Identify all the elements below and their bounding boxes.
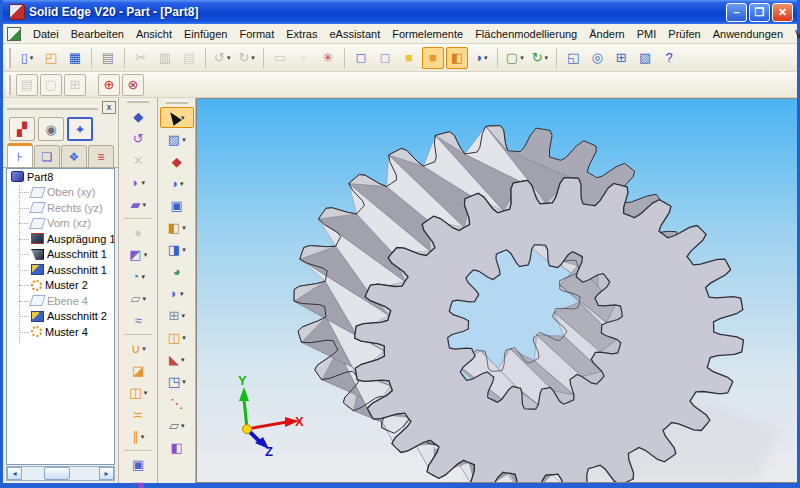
save-button[interactable]: ▦: [64, 47, 86, 69]
bluesurf-button[interactable]: ◆: [121, 106, 155, 127]
dropdown-arrow-icon[interactable]: ▾: [181, 356, 185, 364]
model-viewport[interactable]: XYZ: [196, 98, 797, 483]
eassistant-transfer-button[interactable]: ⊗: [122, 74, 144, 96]
tree-item-ebene-4[interactable]: Ebene 4: [7, 293, 114, 309]
protrusion-button[interactable]: ◆: [160, 151, 194, 172]
dropdown-arrow-icon[interactable]: ▾: [182, 224, 186, 232]
dropdown-arrow-icon[interactable]: ▾: [181, 312, 185, 320]
dropdown-arrow-icon[interactable]: ▾: [141, 433, 145, 441]
contour-surface-button[interactable]: ≈: [121, 310, 155, 331]
dropdown-arrow-icon[interactable]: ▾: [251, 54, 255, 62]
dropdown-arrow-icon[interactable]: ▾: [182, 136, 186, 144]
curve-swirl-button[interactable]: ↺: [121, 128, 155, 149]
tree-item-vorn--xz-[interactable]: Vorn (xz): [7, 216, 114, 232]
offset-surface-button[interactable]: ◔▾: [121, 266, 155, 287]
eassistant-gear-calc-button[interactable]: ⊕: [98, 74, 120, 96]
tree-item-auspr-gung-1[interactable]: Ausprägung 1: [7, 231, 114, 247]
dropdown-arrow-icon[interactable]: ▾: [180, 290, 184, 298]
menu-item-anwendungen[interactable]: Anwendungen: [707, 26, 789, 42]
scroll-right-icon[interactable]: ▸: [99, 467, 114, 480]
toolbar-grip[interactable]: [127, 100, 149, 103]
dropdown-arrow-icon[interactable]: ▾: [181, 422, 185, 430]
fence-select-button[interactable]: ▢▾: [503, 47, 527, 69]
cross-section-button[interactable]: ≍: [121, 404, 155, 425]
menu-item-extras[interactable]: Extras: [280, 26, 323, 42]
tab-layers[interactable]: ❏: [34, 145, 60, 167]
point-curve-button[interactable]: ⋱: [160, 393, 194, 414]
dropdown-arrow-icon[interactable]: ▾: [545, 54, 549, 62]
gear-model-canvas[interactable]: XYZ: [197, 99, 797, 482]
new-document-button[interactable]: ▯▾: [16, 47, 38, 69]
dropdown-arrow-icon[interactable]: ▾: [182, 334, 186, 342]
dropdown-arrow-icon[interactable]: ▾: [142, 201, 146, 209]
fit-button[interactable]: ⊞: [610, 47, 632, 69]
menu-item-ndern[interactable]: Ändern: [583, 26, 630, 42]
close-button[interactable]: ✕: [772, 3, 793, 22]
minimize-button[interactable]: –: [726, 3, 747, 22]
menu-item-formelemente[interactable]: Formelemente: [386, 26, 469, 42]
keypoint-curve-button[interactable]: ∪▾: [121, 338, 155, 359]
rib-button[interactable]: ◧▾: [160, 217, 194, 238]
thin-wall-button[interactable]: ◨▾: [160, 239, 194, 260]
zoom-button[interactable]: ◎: [586, 47, 608, 69]
toolbar-grip[interactable]: [166, 100, 188, 104]
hidden-edge-view-button[interactable]: ◻: [374, 47, 396, 69]
tree-item-ausschnitt-1[interactable]: Ausschnitt 1: [7, 247, 114, 263]
dropdown-arrow-icon[interactable]: ▾: [144, 389, 148, 397]
help-select-button[interactable]: ?: [658, 47, 680, 69]
construction-copy-button[interactable]: ◨: [121, 476, 155, 488]
scroll-track[interactable]: [22, 467, 99, 480]
view-orientation-button[interactable]: ◑▾: [470, 47, 492, 69]
menu-item-eassistant[interactable]: eAssistant: [323, 26, 386, 42]
menu-item-ansicht[interactable]: Ansicht: [130, 26, 178, 42]
dropdown-arrow-icon[interactable]: ▾: [142, 345, 146, 353]
menu-item-einfgen[interactable]: Einfügen: [178, 26, 233, 42]
step-button[interactable]: ◳▾: [160, 371, 194, 392]
revolved-protrusion-button[interactable]: ◑▾: [160, 173, 194, 194]
sketch-button[interactable]: ▨▾: [160, 129, 194, 150]
shaded-view-button[interactable]: ■: [422, 47, 444, 69]
split-surface-button[interactable]: ◫▾: [121, 382, 155, 403]
tree-item-oben--xy-[interactable]: Oben (xy): [7, 185, 114, 201]
panel-grip[interactable]: [7, 105, 98, 110]
solid-view-button[interactable]: ■: [398, 47, 420, 69]
plane-button[interactable]: ▱▾: [160, 415, 194, 436]
tree-item-ausschnitt-2[interactable]: Ausschnitt 2: [7, 309, 114, 325]
dropdown-arrow-icon[interactable]: ▾: [144, 251, 148, 259]
variables-button[interactable]: ✳: [317, 47, 339, 69]
dropdown-arrow-icon[interactable]: ▾: [180, 180, 184, 188]
toolbar-grip[interactable]: [7, 75, 11, 95]
hole-button[interactable]: ▣: [160, 195, 194, 216]
panel-close-icon[interactable]: x: [102, 101, 116, 114]
menu-item-prfen[interactable]: Prüfen: [662, 26, 706, 42]
swept-surface-button[interactable]: ◗▾: [121, 172, 155, 193]
rotate-view-button[interactable]: ↻▾: [529, 47, 551, 69]
draft-button[interactable]: ◣▾: [160, 349, 194, 370]
tree-item-part8[interactable]: Part8: [7, 169, 114, 185]
dropdown-arrow-icon[interactable]: ▾: [30, 54, 34, 62]
zoom-area-button[interactable]: ◱: [562, 47, 584, 69]
intersect-surface-button[interactable]: ▱▾: [121, 288, 155, 309]
tab-feature-library[interactable]: ❖: [61, 145, 87, 167]
toolbar-grip[interactable]: [7, 48, 11, 68]
pattern-button[interactable]: ⊞▾: [160, 305, 194, 326]
tree-item-ausschnitt-1[interactable]: Ausschnitt 1: [7, 262, 114, 278]
tree-hscrollbar[interactable]: ◂ ▸: [6, 466, 115, 481]
pan-button[interactable]: ▧: [634, 47, 656, 69]
print-button[interactable]: ▤: [97, 47, 119, 69]
dropdown-arrow-icon[interactable]: ▾: [520, 54, 524, 62]
tab-sheets[interactable]: ≡: [88, 145, 114, 167]
settings-gear-button[interactable]: ✦: [67, 117, 93, 141]
family-of-parts-button[interactable]: ▞: [9, 117, 35, 141]
sensors-button[interactable]: ◉: [38, 117, 64, 141]
derived-curve-button[interactable]: ◪: [121, 360, 155, 381]
shaded-edges-view-button[interactable]: ◧: [446, 47, 468, 69]
maximize-button[interactable]: ❐: [749, 3, 770, 22]
part-copy-button[interactable]: ▣: [121, 454, 155, 475]
scroll-thumb[interactable]: [44, 467, 70, 480]
tree-item-muster-4[interactable]: Muster 4: [7, 324, 114, 340]
menu-item-bearbeiten[interactable]: Bearbeiten: [65, 26, 130, 42]
tab-feature-pathfinder[interactable]: ⊦: [7, 143, 33, 167]
open-button[interactable]: ◰: [40, 47, 62, 69]
menu-item-datei[interactable]: Datei: [27, 26, 65, 42]
